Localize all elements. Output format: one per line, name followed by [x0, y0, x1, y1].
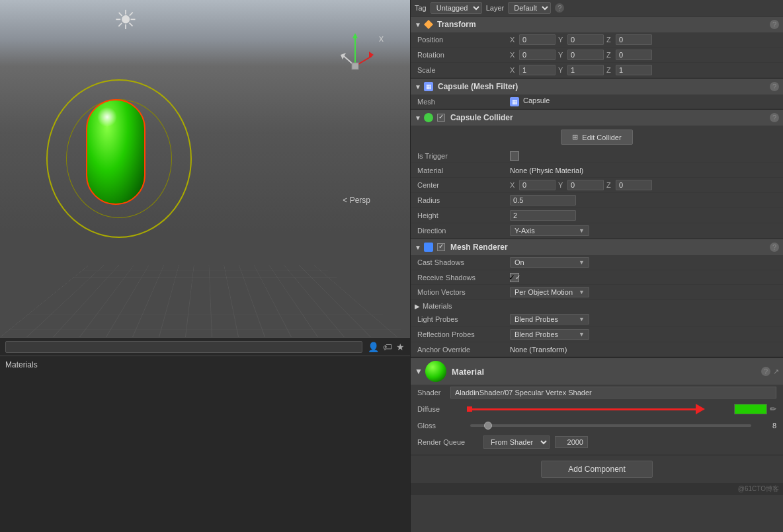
motion-vectors-dropdown[interactable]: Per Object Motion ▼	[510, 287, 589, 297]
eyedropper-icon[interactable]: ✏	[770, 404, 776, 414]
edit-collider-button[interactable]: ⊞ Edit Collider	[561, 130, 632, 145]
renderer-enabled-checkbox[interactable]	[437, 243, 445, 251]
project-toolbar: 👤 🏷 ★	[0, 338, 410, 356]
collider-collapse-arrow: ▼	[415, 114, 421, 122]
cast-shadows-label: Cast Shadows	[417, 258, 510, 266]
materials-arrow-row[interactable]: ▶ Materials	[411, 300, 783, 312]
rotation-y-input[interactable]	[567, 50, 604, 60]
center-z-input[interactable]	[616, 180, 652, 190]
motion-vectors-arrow: ▼	[579, 289, 585, 295]
cast-shadows-value: On	[515, 258, 524, 266]
center-x-input[interactable]	[519, 180, 556, 190]
radius-input[interactable]	[510, 195, 576, 206]
reflection-probes-dropdown[interactable]: Blend Probes ▼	[510, 329, 589, 340]
render-queue-row: Render Queue From Shader	[411, 434, 783, 451]
position-z-input[interactable]	[616, 34, 652, 45]
tag-select[interactable]: Untagged	[431, 2, 482, 14]
shader-input[interactable]	[450, 387, 776, 399]
star-icon[interactable]: ★	[396, 342, 405, 352]
scale-z-input[interactable]	[616, 65, 652, 75]
rotation-y-group: Y	[558, 50, 604, 60]
scale-x-input[interactable]	[519, 65, 556, 75]
rotation-x-group: X	[510, 50, 556, 60]
position-x-label: X	[510, 36, 518, 44]
materials-expand-arrow: ▶	[415, 303, 420, 310]
render-queue-dropdown[interactable]: From Shader	[483, 436, 550, 449]
rotation-z-label: Z	[606, 51, 614, 59]
direction-label: Direction	[417, 227, 510, 235]
annotation-arrow	[467, 404, 705, 414]
material-collapse-arrow[interactable]: ▼	[415, 367, 423, 376]
transform-help-icon[interactable]: ?	[770, 20, 779, 29]
layer-select[interactable]: Default	[508, 2, 551, 14]
mesh-filter-help-icon[interactable]: ?	[770, 82, 779, 91]
position-y-group: Y	[558, 34, 604, 45]
svg-marker-3	[369, 52, 374, 58]
position-z-label: Z	[606, 36, 614, 44]
mesh-filter-icon: ▦	[424, 82, 433, 91]
collider-help-icon[interactable]: ?	[770, 113, 779, 122]
material-preview-ball	[425, 361, 446, 382]
tag-layer-bar: Tag Untagged Layer Default ?	[411, 0, 783, 17]
renderer-help-icon[interactable]: ?	[770, 243, 779, 252]
direction-dropdown[interactable]: Y-Axis ▼	[510, 225, 589, 236]
gloss-slider[interactable]	[470, 424, 751, 427]
gloss-row: Gloss 8	[411, 418, 783, 434]
rotation-x-label: X	[510, 51, 518, 59]
cast-shadows-dropdown[interactable]: On ▼	[510, 257, 589, 268]
help-icon-top[interactable]: ?	[555, 3, 564, 13]
render-queue-label: Render Queue	[417, 438, 483, 446]
motion-vectors-value: Per Object Motion	[515, 288, 573, 296]
scale-y-input[interactable]	[567, 65, 604, 75]
rotation-z-input[interactable]	[616, 50, 652, 60]
user-icon[interactable]: 👤	[368, 342, 379, 352]
search-input[interactable]	[5, 341, 362, 353]
anchor-override-row: Anchor Override None (Transform)	[411, 342, 783, 357]
gloss-slider-thumb[interactable]	[484, 422, 492, 430]
position-y-input[interactable]	[567, 34, 604, 45]
materials-section-label: Materials	[423, 302, 515, 310]
center-y-input[interactable]	[567, 180, 604, 190]
capsule-collider-component: ▼ Capsule Collider ? ⊞ Edit Collider Is …	[411, 110, 783, 239]
material-help-icon[interactable]: ?	[761, 367, 770, 376]
add-component-button[interactable]: Add Component	[541, 461, 653, 478]
position-label: Position	[417, 36, 510, 44]
svg-marker-5	[341, 53, 346, 59]
light-probes-dropdown[interactable]: Blend Probes ▼	[510, 314, 589, 324]
transform-collapse-arrow: ▼	[415, 21, 421, 28]
svg-rect-6	[352, 63, 358, 69]
search-wrap	[5, 341, 362, 353]
render-queue-value[interactable]	[555, 436, 588, 448]
mesh-filter-component: ▼ ▦ Capsule (Mesh Filter) ? Mesh ▦ Capsu…	[411, 79, 783, 110]
diffuse-color-swatch[interactable]	[734, 404, 767, 414]
diffuse-row: Diffuse ✏	[411, 400, 783, 418]
scale-fields: X Y Z	[510, 65, 776, 75]
tag-icon[interactable]: 🏷	[383, 342, 392, 352]
edit-collider-label: Edit Collider	[582, 133, 621, 141]
position-fields: X Y Z	[510, 34, 776, 45]
capsule-collider-header[interactable]: ▼ Capsule Collider ?	[411, 110, 783, 126]
mesh-label: Mesh	[417, 98, 510, 106]
collider-enabled-checkbox[interactable]	[437, 114, 445, 122]
renderer-icon	[424, 243, 433, 252]
is-trigger-label: Is Trigger	[417, 152, 510, 160]
mesh-filter-header[interactable]: ▼ ▦ Capsule (Mesh Filter) ?	[411, 79, 783, 95]
receive-shadows-label: Receive Shadows	[417, 274, 510, 282]
is-trigger-row: Is Trigger	[411, 149, 783, 163]
anchor-override-value: None (Transform)	[510, 346, 776, 354]
light-probes-row: Light Probes Blend Probes ▼	[411, 312, 783, 327]
is-trigger-checkbox[interactable]	[510, 151, 519, 161]
renderer-title: Mesh Renderer	[450, 243, 767, 252]
close-button[interactable]: x	[379, 33, 384, 44]
radius-label: Radius	[417, 196, 510, 204]
rotation-x-input[interactable]	[519, 50, 556, 60]
receive-shadows-checkbox[interactable]: ✓	[510, 273, 519, 282]
mesh-renderer-header[interactable]: ▼ Mesh Renderer ?	[411, 239, 783, 255]
gizmo-widget	[337, 33, 370, 73]
position-x-input[interactable]	[519, 34, 556, 45]
rotation-z-group: Z	[606, 50, 652, 60]
anchor-override-label: Anchor Override	[417, 346, 510, 354]
height-input[interactable]	[510, 210, 576, 221]
transform-header[interactable]: ▼ Transform ?	[411, 17, 783, 32]
height-label: Height	[417, 211, 510, 219]
